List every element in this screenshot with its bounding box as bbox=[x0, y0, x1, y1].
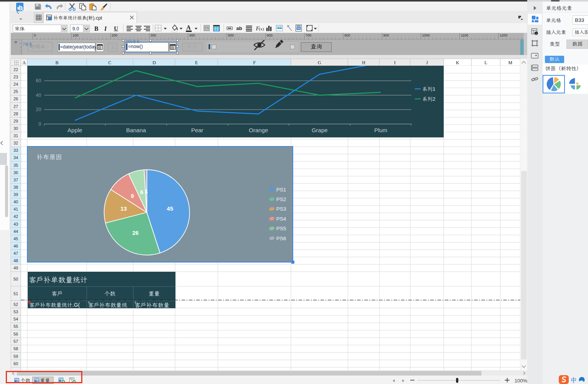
svg-text:40: 40 bbox=[13, 199, 18, 204]
svg-text:C: C bbox=[108, 60, 111, 65]
svg-text:29: 29 bbox=[13, 119, 18, 123]
svg-text:45: 45 bbox=[167, 205, 173, 212]
svg-text:500: 500 bbox=[228, 33, 234, 37]
svg-text:0: 0 bbox=[38, 121, 41, 127]
svg-text:20: 20 bbox=[36, 107, 41, 112]
svg-text:).cpt: ).cpt bbox=[93, 15, 102, 21]
svg-text:51: 51 bbox=[13, 291, 18, 296]
svg-text:M: M bbox=[508, 60, 513, 65]
svg-text:24: 24 bbox=[13, 82, 18, 86]
svg-text:D: D bbox=[152, 60, 156, 65]
svg-text:A: A bbox=[22, 60, 26, 65]
svg-text:F: F bbox=[253, 60, 256, 65]
svg-text:PS3: PS3 bbox=[276, 206, 286, 212]
svg-text:1200: 1200 bbox=[499, 33, 507, 37]
svg-text:1000: 1000 bbox=[422, 33, 430, 37]
svg-text:Orange: Orange bbox=[249, 127, 268, 133]
svg-text:(x): (x) bbox=[259, 27, 264, 32]
svg-text:25: 25 bbox=[13, 89, 18, 94]
svg-text:(: ( bbox=[87, 15, 89, 21]
svg-text:42: 42 bbox=[13, 214, 18, 219]
svg-text:52: 52 bbox=[13, 302, 18, 307]
svg-text:39: 39 bbox=[13, 192, 18, 197]
svg-text:K: K bbox=[456, 60, 459, 65]
svg-text:38: 38 bbox=[13, 185, 18, 190]
svg-text:E: E bbox=[195, 60, 198, 65]
svg-text:1: 1 bbox=[433, 86, 436, 92]
svg-text:J: J bbox=[426, 60, 428, 65]
svg-text:37: 37 bbox=[13, 178, 18, 182]
svg-text:46: 46 bbox=[13, 244, 18, 248]
svg-text:H: H bbox=[362, 60, 366, 65]
svg-text:48: 48 bbox=[13, 258, 18, 263]
svg-text:27: 27 bbox=[13, 104, 18, 109]
svg-text:41: 41 bbox=[13, 207, 18, 211]
svg-text:28: 28 bbox=[13, 111, 18, 116]
svg-text:400: 400 bbox=[189, 33, 195, 37]
svg-text:47: 47 bbox=[13, 251, 18, 256]
svg-text:1100: 1100 bbox=[461, 33, 468, 37]
svg-text:54: 54 bbox=[13, 317, 18, 321]
svg-text:a: a bbox=[206, 27, 208, 30]
svg-text:59: 59 bbox=[13, 354, 18, 359]
svg-text:1: 1 bbox=[144, 188, 147, 194]
svg-text:13: 13 bbox=[120, 205, 127, 212]
svg-text:7: 7 bbox=[23, 42, 25, 46]
svg-text:33: 33 bbox=[13, 148, 18, 153]
svg-text:.G(: .G( bbox=[72, 302, 80, 308]
svg-text:100: 100 bbox=[73, 33, 79, 37]
svg-text:PS1: PS1 bbox=[276, 186, 286, 192]
svg-text:Plum: Plum bbox=[374, 127, 387, 133]
svg-text:Banana: Banana bbox=[126, 127, 146, 133]
svg-text:6: 6 bbox=[140, 189, 143, 195]
svg-text:i: i bbox=[536, 32, 536, 35]
svg-text:Pear: Pear bbox=[191, 127, 204, 133]
svg-text:43: 43 bbox=[13, 222, 18, 226]
svg-text:35: 35 bbox=[13, 163, 18, 168]
svg-text:23: 23 bbox=[13, 75, 18, 79]
svg-text:26: 26 bbox=[13, 96, 18, 101]
svg-text:700: 700 bbox=[306, 33, 311, 37]
svg-text:36: 36 bbox=[13, 170, 18, 175]
svg-text:49: 49 bbox=[13, 266, 18, 270]
svg-text:PS5: PS5 bbox=[276, 226, 286, 231]
svg-text:L: L bbox=[484, 60, 487, 65]
svg-text:53: 53 bbox=[13, 309, 18, 314]
svg-text:45: 45 bbox=[13, 236, 18, 241]
svg-text:Apple: Apple bbox=[67, 127, 82, 133]
svg-text:300: 300 bbox=[150, 33, 156, 37]
svg-text:34: 34 bbox=[13, 155, 18, 160]
svg-text:57: 57 bbox=[13, 339, 18, 344]
svg-text:900: 900 bbox=[383, 33, 389, 37]
svg-text:0: 0 bbox=[14, 41, 18, 43]
svg-text:58: 58 bbox=[13, 346, 18, 351]
svg-text:44: 44 bbox=[13, 229, 18, 234]
svg-text:60: 60 bbox=[36, 78, 41, 83]
svg-text:56: 56 bbox=[13, 332, 18, 336]
svg-text:26: 26 bbox=[132, 229, 139, 236]
svg-text:50: 50 bbox=[13, 277, 18, 281]
svg-text:55: 55 bbox=[13, 324, 18, 329]
svg-text:30: 30 bbox=[13, 126, 18, 131]
svg-text:31: 31 bbox=[13, 133, 18, 138]
svg-text:PS6: PS6 bbox=[276, 235, 286, 241]
svg-text:G: G bbox=[318, 60, 321, 65]
svg-text:PS2: PS2 bbox=[276, 196, 286, 202]
svg-text:800: 800 bbox=[344, 33, 350, 37]
svg-text:0: 0 bbox=[34, 33, 36, 37]
svg-text:265: 265 bbox=[126, 39, 132, 43]
svg-text:Grape: Grape bbox=[312, 127, 328, 133]
svg-text:9: 9 bbox=[130, 192, 134, 199]
svg-text:I: I bbox=[394, 60, 396, 65]
svg-text:2: 2 bbox=[433, 96, 436, 102]
svg-text:A: A bbox=[186, 24, 191, 31]
svg-text:40: 40 bbox=[36, 93, 41, 98]
svg-text:B: B bbox=[55, 60, 58, 65]
svg-text:600: 600 bbox=[267, 33, 272, 37]
svg-text:32: 32 bbox=[13, 141, 18, 145]
svg-text:PS4: PS4 bbox=[276, 216, 286, 221]
svg-text:60: 60 bbox=[13, 361, 18, 366]
svg-text:200: 200 bbox=[112, 33, 117, 37]
svg-text:22: 22 bbox=[13, 67, 18, 72]
